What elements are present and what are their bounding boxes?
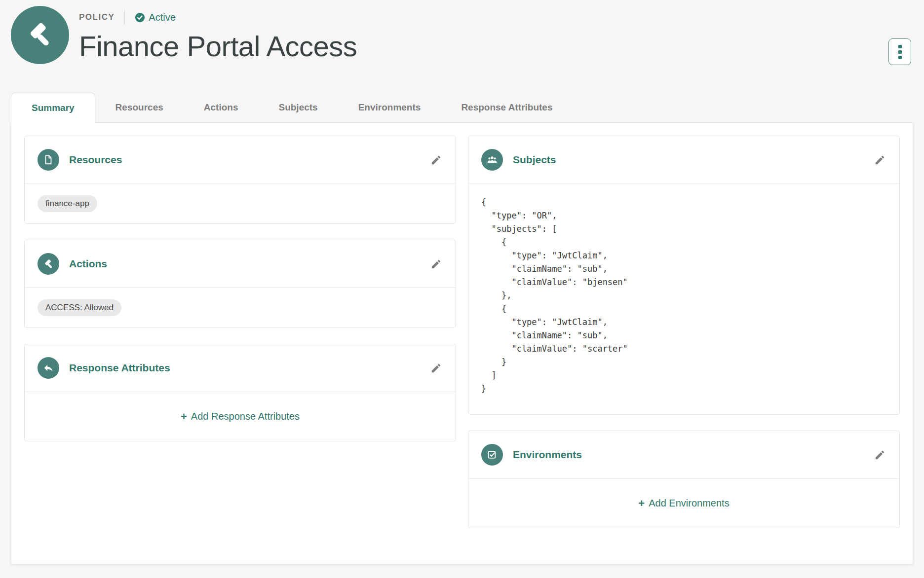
tab-actions[interactable]: Actions bbox=[184, 93, 259, 122]
gavel-icon bbox=[25, 20, 55, 50]
reply-arrow-icon bbox=[43, 362, 54, 373]
add-response-attributes-link[interactable]: + Add Response Attributes bbox=[181, 411, 300, 422]
summary-panel: Resources finance-app bbox=[11, 122, 913, 564]
subjects-icon-circle bbox=[481, 149, 503, 171]
subjects-card-body: { "type": "OR", "subjects": [ { "type": … bbox=[468, 183, 899, 414]
plus-icon: + bbox=[181, 412, 187, 422]
header-spacer bbox=[357, 6, 888, 65]
resource-tag: finance-app bbox=[38, 195, 97, 212]
tab-bar: Summary Resources Actions Subjects Envir… bbox=[11, 93, 913, 122]
add-environments-label: Add Environments bbox=[649, 498, 729, 509]
resources-card-header: Resources bbox=[25, 136, 456, 183]
response-attributes-edit-button[interactable] bbox=[429, 361, 443, 375]
environments-edit-button[interactable] bbox=[873, 448, 886, 462]
actions-card-header: Actions bbox=[25, 240, 456, 288]
users-icon bbox=[486, 154, 498, 166]
response-attributes-card-title: Response Attributes bbox=[69, 362, 170, 374]
policy-avatar bbox=[11, 6, 69, 64]
status-label: Active bbox=[149, 12, 175, 23]
pencil-icon bbox=[430, 154, 442, 166]
more-options-button[interactable] bbox=[888, 38, 911, 65]
kebab-dot bbox=[898, 50, 902, 54]
subjects-card: Subjects { "type": "OR", "subjects": [ {… bbox=[468, 136, 900, 415]
environments-icon-circle bbox=[481, 444, 503, 466]
resources-icon-circle bbox=[38, 149, 59, 171]
meta-divider bbox=[124, 10, 125, 25]
resources-edit-button[interactable] bbox=[429, 153, 443, 167]
resources-card-title: Resources bbox=[69, 154, 122, 166]
kebab-dot bbox=[898, 45, 902, 48]
resources-card: Resources finance-app bbox=[24, 136, 456, 224]
status-badge: Active bbox=[135, 12, 175, 23]
gavel-icon bbox=[43, 258, 54, 270]
response-attributes-card: Response Attributes + Add Response Attri… bbox=[24, 344, 456, 441]
summary-columns: Resources finance-app bbox=[24, 136, 900, 528]
pencil-icon bbox=[430, 258, 442, 270]
meta-row: POLICY Active bbox=[79, 10, 357, 25]
page-header: POLICY Active Finance Portal Access bbox=[0, 0, 924, 65]
pencil-icon bbox=[874, 449, 886, 461]
actions-edit-button[interactable] bbox=[429, 257, 443, 271]
tab-resources[interactable]: Resources bbox=[95, 93, 184, 122]
subjects-json-code: { "type": "OR", "subjects": [ { "type": … bbox=[481, 196, 886, 396]
subjects-edit-button[interactable] bbox=[873, 153, 886, 167]
environments-card-body: + Add Environments bbox=[468, 478, 899, 528]
subjects-card-title: Subjects bbox=[513, 154, 556, 166]
actions-icon-circle bbox=[38, 253, 59, 275]
tab-summary[interactable]: Summary bbox=[11, 93, 95, 123]
response-attributes-icon-circle bbox=[38, 357, 59, 379]
response-attributes-card-header: Response Attributes bbox=[25, 344, 456, 392]
add-environments-link[interactable]: + Add Environments bbox=[638, 498, 729, 509]
environments-card: Environments + Add Environments bbox=[468, 431, 900, 528]
header-text: POLICY Active Finance Portal Access bbox=[79, 6, 357, 65]
tab-environments[interactable]: Environments bbox=[338, 93, 441, 122]
plus-icon: + bbox=[638, 499, 645, 508]
kebab-dot bbox=[898, 56, 902, 59]
document-icon bbox=[43, 154, 54, 165]
pencil-icon bbox=[430, 362, 442, 374]
tab-response-attributes[interactable]: Response Attributes bbox=[441, 93, 573, 122]
check-circle-icon bbox=[135, 12, 145, 23]
response-attributes-card-body: + Add Response Attributes bbox=[25, 392, 456, 441]
checkbox-icon bbox=[487, 449, 498, 460]
resources-card-body: finance-app bbox=[25, 183, 456, 223]
action-tag: ACCESS: Allowed bbox=[38, 299, 121, 316]
policy-type-label: POLICY bbox=[79, 12, 115, 22]
actions-card: Actions ACCESS: Allowed bbox=[24, 240, 456, 328]
add-response-attributes-label: Add Response Attributes bbox=[191, 411, 300, 422]
environments-card-header: Environments bbox=[468, 431, 899, 478]
actions-card-title: Actions bbox=[69, 258, 107, 270]
actions-card-body: ACCESS: Allowed bbox=[25, 288, 456, 327]
right-column: Subjects { "type": "OR", "subjects": [ {… bbox=[468, 136, 900, 528]
page-title: Finance Portal Access bbox=[79, 30, 357, 63]
environments-card-title: Environments bbox=[513, 449, 582, 461]
tab-subjects[interactable]: Subjects bbox=[258, 93, 338, 122]
left-column: Resources finance-app bbox=[24, 136, 456, 441]
pencil-icon bbox=[874, 154, 886, 166]
subjects-card-header: Subjects bbox=[468, 136, 899, 183]
